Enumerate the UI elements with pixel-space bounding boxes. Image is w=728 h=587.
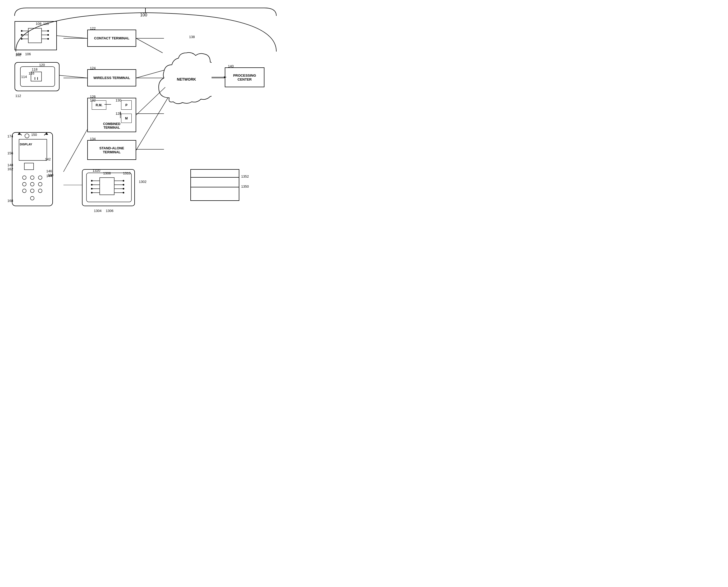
processing-center-box: PROCESSING CENTER [225,67,265,87]
label-114: 114 [21,75,27,79]
standalone-terminal-text: STAND-ALONE TERMINAL [99,146,124,154]
svg-point-44 [30,189,34,193]
label-106: 106 [25,52,31,56]
card-1350 [190,169,239,201]
svg-point-59 [91,188,93,189]
card-stripe-2 [191,187,239,187]
svg-point-37 [22,176,26,180]
svg-point-39 [38,176,42,180]
svg-point-42 [38,182,42,186]
label-126: 126 [90,95,96,99]
label-1352: 1352 [241,174,249,179]
wireless-terminal-text: WIRELESS TERMINAL [93,76,130,80]
label-1310: 1310 [123,171,131,175]
svg-point-40 [22,182,26,186]
label-146: 146 [46,169,52,173]
standalone-terminal-box: STAND-ALONE TERMINAL [87,140,136,160]
label-134: 134 [90,137,96,141]
label-156: 156 [7,151,13,155]
contact-terminal-box: CONTACT TERMINAL [87,30,136,47]
svg-point-66 [123,184,124,186]
contact-terminal-text: CONTACT TERMINAL [94,36,129,40]
label-130: 130 [116,98,121,102]
label-162: 162 [7,167,13,171]
combined-terminal-text: COMBINED TERMINAL [103,122,120,130]
label-118: 118 [32,67,38,71]
label-1306: 1306 [106,209,113,213]
label-144: 144 [46,174,52,178]
svg-point-38 [30,176,34,180]
label-120: 120 [39,63,45,67]
label-1302: 1302 [139,180,146,184]
card-1302-internal [83,170,135,207]
svg-rect-36 [24,163,33,170]
p-box: P [121,100,132,110]
svg-point-57 [91,180,93,182]
diagram-container: 100 104 106 108 110 102 [0,0,291,235]
svg-point-67 [123,188,124,189]
network-cloud: NETWORK [153,34,211,111]
label-138: 138 [189,35,195,39]
label-102: 102 [15,53,21,57]
svg-point-47 [25,134,29,138]
svg-point-45 [38,189,42,193]
svg-line-70 [60,75,87,78]
main-number-label: 100 [140,13,147,18]
label-174: 174 [7,134,13,138]
svg-point-23 [21,38,22,40]
rm-p-connector [105,103,112,106]
label-1304: 1304 [94,209,101,213]
p-m-connector [119,112,122,119]
svg-point-60 [91,192,93,193]
svg-point-22 [21,34,22,36]
label-142: 142 [45,157,51,161]
label-1350: 1350 [241,185,249,188]
svg-rect-14 [28,28,42,43]
label-108: 108 [36,22,42,26]
label-122: 122 [90,26,96,30]
m-box: M [121,114,132,123]
label-116: 116 [28,71,35,75]
label-140: 140 [228,64,234,68]
svg-line-69 [57,36,87,38]
svg-point-21 [21,30,22,32]
svg-point-46 [30,196,34,200]
svg-point-65 [123,180,124,182]
svg-point-24 [47,30,49,32]
label-148: 148 [7,163,13,167]
label-1320: 1320 [93,169,100,172]
svg-point-68 [123,192,124,193]
card-stripe-1 [191,177,239,178]
svg-point-25 [47,34,49,36]
label-110: 110 [43,22,49,26]
wireless-terminal-box: WIRELESS TERMINAL [87,69,136,87]
display-label: DISPLAY [20,143,32,146]
label-132: 132 [90,98,96,102]
label-1308: 1308 [103,171,111,175]
svg-rect-51 [87,173,132,202]
card-102-internal [15,22,58,51]
svg-point-43 [22,189,26,193]
svg-text:NETWORK: NETWORK [177,77,196,81]
label-124: 124 [90,66,96,70]
svg-line-10 [64,130,87,172]
svg-point-26 [47,38,49,40]
svg-rect-52 [100,178,114,195]
label-112: 112 [15,94,21,98]
processing-center-text: PROCESSING CENTER [233,73,256,81]
label-168: 168 [7,199,13,203]
svg-point-58 [91,184,93,186]
label-150: 150 [31,133,37,137]
svg-rect-35 [19,139,47,160]
svg-point-41 [30,182,34,186]
